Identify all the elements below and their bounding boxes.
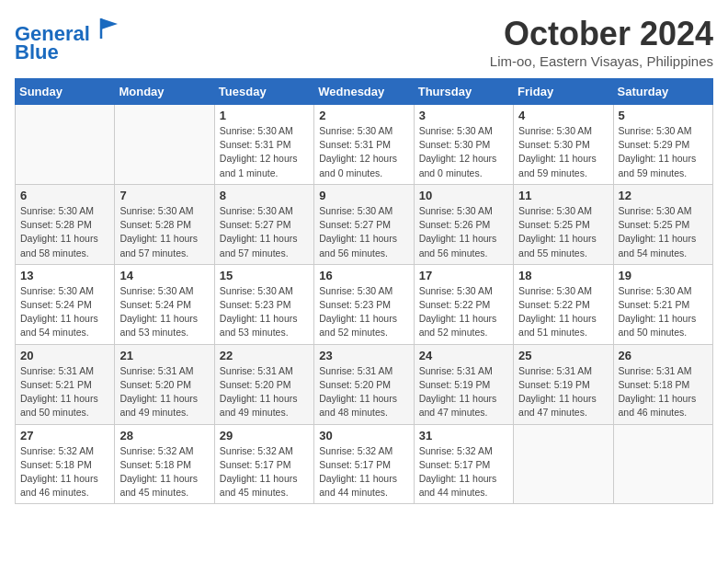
day-number: 17 [419,269,508,282]
day-detail: Sunrise: 5:31 AM Sunset: 5:20 PM Dayligh… [319,364,408,420]
calendar-cell: 14Sunrise: 5:30 AM Sunset: 5:24 PM Dayli… [115,264,214,344]
day-number: 13 [20,269,109,282]
day-number: 31 [419,429,508,442]
calendar-week-row: 20Sunrise: 5:31 AM Sunset: 5:21 PM Dayli… [16,344,713,424]
day-detail: Sunrise: 5:30 AM Sunset: 5:27 PM Dayligh… [319,204,408,260]
calendar-cell: 1Sunrise: 5:30 AM Sunset: 5:31 PM Daylig… [214,105,313,185]
calendar-cell: 11Sunrise: 5:30 AM Sunset: 5:25 PM Dayli… [514,184,613,264]
day-number: 15 [220,269,309,282]
day-number: 3 [419,109,508,122]
day-number: 9 [319,189,408,202]
logo-flag-icon [97,15,123,40]
day-detail: Sunrise: 5:30 AM Sunset: 5:26 PM Dayligh… [419,204,508,260]
calendar-week-row: 13Sunrise: 5:30 AM Sunset: 5:24 PM Dayli… [16,264,713,344]
day-detail: Sunrise: 5:32 AM Sunset: 5:18 PM Dayligh… [20,444,109,500]
day-number: 18 [518,269,608,282]
calendar-cell: 9Sunrise: 5:30 AM Sunset: 5:27 PM Daylig… [314,184,414,264]
calendar-cell: 21Sunrise: 5:31 AM Sunset: 5:20 PM Dayli… [115,344,214,424]
day-detail: Sunrise: 5:30 AM Sunset: 5:24 PM Dayligh… [119,284,209,340]
day-detail: Sunrise: 5:30 AM Sunset: 5:30 PM Dayligh… [419,124,508,180]
day-number: 12 [619,189,708,202]
logo: General Blue [15,15,123,63]
day-detail: Sunrise: 5:30 AM Sunset: 5:27 PM Dayligh… [220,204,309,260]
calendar-cell: 10Sunrise: 5:30 AM Sunset: 5:26 PM Dayli… [414,184,513,264]
day-number: 29 [220,429,309,442]
weekday-header-thursday: Thursday [414,79,513,105]
day-detail: Sunrise: 5:32 AM Sunset: 5:17 PM Dayligh… [220,444,309,500]
calendar-cell [16,105,115,185]
day-detail: Sunrise: 5:30 AM Sunset: 5:29 PM Dayligh… [619,124,708,180]
calendar-cell: 13Sunrise: 5:30 AM Sunset: 5:24 PM Dayli… [16,264,115,344]
day-detail: Sunrise: 5:31 AM Sunset: 5:18 PM Dayligh… [619,364,708,420]
weekday-header-row: SundayMondayTuesdayWednesdayThursdayFrid… [16,79,713,105]
calendar-table: SundayMondayTuesdayWednesdayThursdayFrid… [15,78,713,504]
day-number: 7 [119,189,209,202]
calendar-week-row: 6Sunrise: 5:30 AM Sunset: 5:28 PM Daylig… [16,184,713,264]
day-number: 4 [518,109,608,122]
day-number: 10 [419,189,508,202]
day-number: 6 [20,189,109,202]
calendar-cell: 19Sunrise: 5:30 AM Sunset: 5:21 PM Dayli… [613,264,712,344]
day-number: 22 [220,349,309,362]
svg-marker-0 [101,18,118,29]
day-detail: Sunrise: 5:30 AM Sunset: 5:23 PM Dayligh… [319,284,408,340]
calendar-cell: 20Sunrise: 5:31 AM Sunset: 5:21 PM Dayli… [16,344,115,424]
day-detail: Sunrise: 5:30 AM Sunset: 5:24 PM Dayligh… [20,284,109,340]
day-number: 14 [119,269,209,282]
day-detail: Sunrise: 5:31 AM Sunset: 5:20 PM Dayligh… [220,364,309,420]
calendar-cell: 4Sunrise: 5:30 AM Sunset: 5:30 PM Daylig… [514,105,613,185]
calendar-cell [514,424,613,504]
weekday-header-sunday: Sunday [16,79,115,105]
day-detail: Sunrise: 5:31 AM Sunset: 5:19 PM Dayligh… [419,364,508,420]
calendar-cell: 15Sunrise: 5:30 AM Sunset: 5:23 PM Dayli… [214,264,313,344]
calendar-cell: 27Sunrise: 5:32 AM Sunset: 5:18 PM Dayli… [16,424,115,504]
calendar-cell [613,424,712,504]
weekday-header-tuesday: Tuesday [214,79,313,105]
day-detail: Sunrise: 5:30 AM Sunset: 5:28 PM Dayligh… [20,204,109,260]
calendar-cell [115,105,214,185]
page-header: General Blue October 2024 Lim-oo, Easter… [15,15,713,69]
day-number: 30 [319,429,408,442]
day-number: 20 [20,349,109,362]
day-detail: Sunrise: 5:32 AM Sunset: 5:18 PM Dayligh… [119,444,209,500]
day-detail: Sunrise: 5:31 AM Sunset: 5:20 PM Dayligh… [119,364,209,420]
calendar-cell: 24Sunrise: 5:31 AM Sunset: 5:19 PM Dayli… [414,344,513,424]
calendar-week-row: 1Sunrise: 5:30 AM Sunset: 5:31 PM Daylig… [16,105,713,185]
day-detail: Sunrise: 5:30 AM Sunset: 5:30 PM Dayligh… [518,124,608,180]
calendar-cell: 29Sunrise: 5:32 AM Sunset: 5:17 PM Dayli… [214,424,313,504]
day-number: 26 [619,349,708,362]
day-detail: Sunrise: 5:30 AM Sunset: 5:25 PM Dayligh… [619,204,708,260]
location-text: Lim-oo, Eastern Visayas, Philippines [490,53,713,69]
day-number: 8 [220,189,309,202]
calendar-cell: 31Sunrise: 5:32 AM Sunset: 5:17 PM Dayli… [414,424,513,504]
day-detail: Sunrise: 5:32 AM Sunset: 5:17 PM Dayligh… [419,444,508,500]
day-detail: Sunrise: 5:30 AM Sunset: 5:21 PM Dayligh… [619,284,708,340]
day-detail: Sunrise: 5:30 AM Sunset: 5:31 PM Dayligh… [319,124,408,180]
day-detail: Sunrise: 5:30 AM Sunset: 5:22 PM Dayligh… [419,284,508,340]
day-number: 19 [619,269,708,282]
day-number: 28 [119,429,209,442]
calendar-cell: 16Sunrise: 5:30 AM Sunset: 5:23 PM Dayli… [314,264,414,344]
day-number: 23 [319,349,408,362]
day-detail: Sunrise: 5:30 AM Sunset: 5:31 PM Dayligh… [220,124,309,180]
calendar-cell: 18Sunrise: 5:30 AM Sunset: 5:22 PM Dayli… [514,264,613,344]
calendar-cell: 12Sunrise: 5:30 AM Sunset: 5:25 PM Dayli… [613,184,712,264]
day-detail: Sunrise: 5:30 AM Sunset: 5:22 PM Dayligh… [518,284,608,340]
calendar-cell: 23Sunrise: 5:31 AM Sunset: 5:20 PM Dayli… [314,344,414,424]
calendar-cell: 2Sunrise: 5:30 AM Sunset: 5:31 PM Daylig… [314,105,414,185]
day-detail: Sunrise: 5:31 AM Sunset: 5:19 PM Dayligh… [518,364,608,420]
day-number: 25 [518,349,608,362]
day-number: 2 [319,109,408,122]
weekday-header-saturday: Saturday [613,79,712,105]
day-number: 11 [518,189,608,202]
calendar-cell: 6Sunrise: 5:30 AM Sunset: 5:28 PM Daylig… [16,184,115,264]
calendar-cell: 28Sunrise: 5:32 AM Sunset: 5:18 PM Dayli… [115,424,214,504]
calendar-cell: 25Sunrise: 5:31 AM Sunset: 5:19 PM Dayli… [514,344,613,424]
calendar-cell: 7Sunrise: 5:30 AM Sunset: 5:28 PM Daylig… [115,184,214,264]
calendar-cell: 26Sunrise: 5:31 AM Sunset: 5:18 PM Dayli… [613,344,712,424]
calendar-cell: 17Sunrise: 5:30 AM Sunset: 5:22 PM Dayli… [414,264,513,344]
month-title: October 2024 [490,15,713,53]
weekday-header-wednesday: Wednesday [314,79,414,105]
day-number: 21 [119,349,209,362]
day-detail: Sunrise: 5:30 AM Sunset: 5:28 PM Dayligh… [119,204,209,260]
